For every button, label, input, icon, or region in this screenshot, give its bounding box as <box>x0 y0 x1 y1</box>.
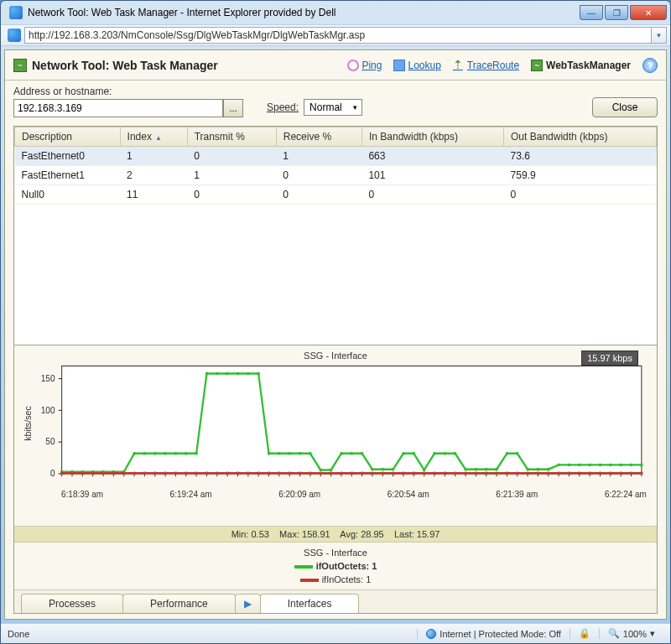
maximize-button[interactable]: ❐ <box>605 5 628 20</box>
svg-rect-92 <box>320 469 322 471</box>
svg-rect-179 <box>630 472 632 475</box>
svg-rect-155 <box>382 472 384 475</box>
ping-tool-link[interactable]: Ping <box>347 60 382 71</box>
svg-rect-105 <box>454 452 456 454</box>
svg-rect-138 <box>205 472 208 475</box>
browse-button[interactable]: ... <box>223 99 243 117</box>
svg-rect-140 <box>226 472 229 475</box>
svg-rect-152 <box>351 472 353 475</box>
svg-rect-122 <box>630 464 632 466</box>
lookup-tool-link[interactable]: Lookup <box>393 60 440 71</box>
legend-swatch-out <box>294 565 313 569</box>
svg-rect-110 <box>506 452 508 454</box>
svg-rect-165 <box>485 472 487 475</box>
chart-box: SSG - Interface 15.97 kbps 050100150kbit… <box>14 345 657 526</box>
svg-rect-174 <box>578 472 580 475</box>
window-close-button[interactable]: ✕ <box>630 5 667 20</box>
col-header[interactable]: Index <box>120 127 187 147</box>
close-button[interactable]: Close <box>592 97 658 117</box>
svg-rect-162 <box>454 472 456 475</box>
table-row[interactable]: Null0110000 <box>15 185 657 205</box>
svg-rect-139 <box>216 472 218 475</box>
svg-rect-167 <box>506 472 508 475</box>
svg-rect-131 <box>133 472 136 475</box>
webtaskmanager-tool-link[interactable]: ~WebTaskManager <box>531 60 631 71</box>
svg-rect-126 <box>81 472 84 475</box>
svg-rect-127 <box>91 472 94 475</box>
window-titlebar[interactable]: Network Tool: Web Task Manager - Interne… <box>1 1 670 24</box>
svg-rect-99 <box>392 468 394 470</box>
speed-select[interactable]: Normal▼ <box>304 99 362 116</box>
address-bar-row: ▼ <box>1 24 670 46</box>
svg-rect-87 <box>268 452 270 454</box>
svg-rect-159 <box>423 472 425 475</box>
col-header[interactable]: In Bandwidth (kbps) <box>362 127 503 147</box>
svg-rect-147 <box>299 472 301 475</box>
bottom-tabs: Processes Performance ▶ Interfaces <box>14 589 657 613</box>
svg-rect-108 <box>485 468 487 470</box>
svg-rect-120 <box>609 464 611 466</box>
window-title: Network Tool: Web Task Manager - Interne… <box>28 7 580 18</box>
svg-rect-117 <box>578 464 580 466</box>
tab-processes[interactable]: Processes <box>21 594 123 613</box>
svg-rect-148 <box>309 472 311 475</box>
svg-rect-176 <box>599 472 601 475</box>
address-input[interactable] <box>13 99 223 117</box>
legend-title: SSG - Interface <box>14 546 657 559</box>
url-dropdown-button[interactable]: ▼ <box>652 27 667 44</box>
status-protected-icon[interactable]: 🔒 <box>570 628 599 639</box>
address-label: Address or hostname: <box>13 86 243 97</box>
svg-rect-161 <box>444 472 446 475</box>
svg-rect-107 <box>475 468 477 470</box>
svg-rect-80 <box>195 452 198 454</box>
svg-rect-156 <box>392 472 394 475</box>
help-button[interactable]: ? <box>642 58 658 73</box>
svg-rect-100 <box>402 452 404 454</box>
col-header[interactable]: Transmit % <box>187 127 276 147</box>
lookup-icon <box>393 60 405 71</box>
svg-rect-98 <box>382 468 384 470</box>
svg-rect-82 <box>216 372 218 375</box>
status-zoom[interactable]: 🔍100% ▾ <box>599 628 663 639</box>
svg-rect-180 <box>640 472 642 475</box>
content-panel: DescriptionIndexTransmit %Receive %In Ba… <box>13 126 658 614</box>
svg-rect-135 <box>174 472 177 475</box>
svg-rect-78 <box>174 452 177 454</box>
traceroute-tool-link[interactable]: ⇡TraceRoute <box>453 60 519 71</box>
status-zone: Internet | Protected Mode: Off <box>417 629 570 639</box>
url-input[interactable] <box>24 27 652 44</box>
svg-rect-124 <box>60 472 63 475</box>
tab-interfaces[interactable]: Interfaces <box>260 594 360 613</box>
svg-rect-89 <box>289 452 291 454</box>
svg-rect-114 <box>547 468 549 470</box>
chart-value-badge: 15.97 kbps <box>581 351 638 366</box>
tab-performance[interactable]: Performance <box>122 594 236 613</box>
table-row[interactable]: FastEthernet010166373.6 <box>15 147 657 166</box>
table-row[interactable]: FastEthernet1210101759.9 <box>15 166 657 185</box>
svg-rect-130 <box>122 472 125 475</box>
tab-arrow-button[interactable]: ▶ <box>235 594 261 613</box>
svg-rect-133 <box>153 472 156 475</box>
svg-rect-113 <box>537 468 539 470</box>
col-header[interactable]: Out Bandwidth (kbps) <box>504 127 657 147</box>
svg-rect-178 <box>620 472 622 475</box>
svg-rect-132 <box>143 472 146 475</box>
col-header[interactable]: Description <box>15 127 121 147</box>
traceroute-icon: ⇡ <box>453 60 465 71</box>
app-toolbar: ~ Network Tool: Web Task Manager Ping Lo… <box>5 50 666 80</box>
svg-rect-85 <box>247 372 249 375</box>
svg-rect-118 <box>589 464 591 466</box>
svg-rect-0 <box>62 366 642 474</box>
svg-rect-166 <box>496 472 498 475</box>
app-title: Network Tool: Web Task Manager <box>32 59 336 72</box>
status-done: Done <box>8 629 417 639</box>
svg-rect-160 <box>433 472 435 475</box>
chevron-down-icon: ▼ <box>351 104 358 112</box>
svg-rect-172 <box>558 472 560 475</box>
col-header[interactable]: Receive % <box>276 127 362 147</box>
browser-status-bar: Done Internet | Protected Mode: Off 🔒 🔍1… <box>1 623 670 643</box>
svg-rect-168 <box>516 472 518 475</box>
svg-rect-154 <box>371 472 373 475</box>
minimize-button[interactable]: — <box>580 5 603 20</box>
interface-table-wrap[interactable]: DescriptionIndexTransmit %Receive %In Ba… <box>14 127 657 345</box>
